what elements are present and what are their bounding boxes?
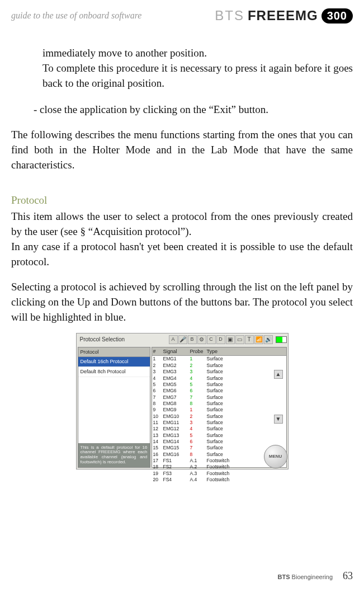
- paragraph: In any case if a protocol hasn't yet bee…: [11, 239, 353, 270]
- fs-icon[interactable]: ▭: [235, 335, 244, 344]
- paragraph: This item allows the user to select a pr…: [11, 209, 353, 239]
- logo-bts-text: BTS: [215, 8, 244, 24]
- section-heading-protocol: Protocol: [11, 193, 353, 208]
- battery-indicator: [276, 336, 287, 343]
- page-footer: BTS Bioengineering 63: [278, 570, 353, 582]
- table-row[interactable]: 7EMG77Surface: [152, 394, 286, 401]
- window-title: Protocol Selection: [77, 333, 169, 346]
- table-row[interactable]: 11EMG113Surface: [152, 420, 286, 426]
- mic-icon[interactable]: 🎤: [178, 335, 187, 344]
- down-button[interactable]: ▼: [274, 415, 283, 424]
- col-signal-header: Signal: [162, 347, 189, 356]
- menu-button[interactable]: MENU: [264, 445, 287, 468]
- table-row[interactable]: 19FS3A.3Footswitch: [152, 471, 286, 477]
- top-tabs: A 🎤 B ⚙ C D ▣ ▭ T 📶 🔊: [169, 333, 288, 346]
- tab-d[interactable]: D: [216, 335, 225, 344]
- channel-table-panel: # Signal Probe Type 1EMG11Surface2EMG22S…: [152, 347, 287, 468]
- protocol-selection-screenshot: Protocol Selection A 🎤 B ⚙ C D ▣ ▭ T 📶 🔊…: [76, 333, 289, 469]
- footer-brand: BTS Bioengineering: [278, 574, 333, 580]
- body-content: immediately move to another position. To…: [11, 46, 353, 469]
- tab-a[interactable]: A: [169, 335, 178, 344]
- paragraph: To complete this procedure it is necessa…: [42, 61, 353, 91]
- t-icon[interactable]: T: [245, 335, 254, 344]
- up-button[interactable]: ▲: [274, 370, 283, 379]
- tab-b[interactable]: B: [188, 335, 197, 344]
- protocol-list-panel: Protocol Default 16ch Protocol Default 8…: [78, 347, 150, 468]
- table-row[interactable]: 14EMG146Surface: [152, 439, 286, 445]
- table-row[interactable]: 13EMG135Surface: [152, 433, 286, 439]
- table-row[interactable]: 18FS2A.2Footswitch: [152, 464, 286, 470]
- paragraph: The following describes the menu functio…: [11, 128, 353, 173]
- table-row[interactable]: 2EMG22Surface: [152, 363, 286, 369]
- table-row[interactable]: 5EMG55Surface: [152, 382, 286, 388]
- protocol-row[interactable]: Default 8ch Protocol: [78, 367, 150, 377]
- page-header: guide to the use of onboard software BTS…: [11, 6, 353, 24]
- protocol-list-header: Protocol: [78, 347, 150, 358]
- table-rows: 1EMG11Surface2EMG22Surface3EMG33Surface4…: [152, 356, 286, 483]
- table-row[interactable]: 1EMG11Surface: [152, 356, 286, 362]
- paragraph: - close the application by clicking on t…: [34, 102, 353, 118]
- table-row[interactable]: 8EMG88Surface: [152, 401, 286, 407]
- table-row[interactable]: 4EMG44Surface: [152, 375, 286, 382]
- table-header-row: # Signal Probe Type: [152, 347, 286, 356]
- guide-subtitle: guide to the use of onboard software: [11, 11, 141, 21]
- logo-freeemg-text: FREEEMG: [248, 8, 318, 24]
- table-row[interactable]: 9EMG91Surface: [152, 407, 286, 413]
- product-logo: BTS FREEEMG 300: [215, 8, 353, 24]
- speaker-icon[interactable]: 🔊: [264, 335, 273, 344]
- paragraph: Selecting a protocol is achieved by scro…: [11, 280, 353, 325]
- signal-icon[interactable]: 📶: [254, 335, 263, 344]
- table-row[interactable]: 10EMG102Surface: [152, 414, 286, 420]
- table-row[interactable]: 6EMG66Surface: [152, 388, 286, 394]
- table-row[interactable]: 20FS4A.4Footswitch: [152, 477, 286, 483]
- col-num-header: #: [152, 347, 162, 356]
- table-row[interactable]: 3EMG33Surface: [152, 369, 286, 375]
- settings-icon[interactable]: ⚙: [197, 335, 206, 344]
- logo-300-badge: 300: [322, 8, 353, 24]
- page-number: 63: [343, 570, 353, 582]
- table-row[interactable]: 12EMG124Surface: [152, 426, 286, 432]
- col-type-header: Type: [206, 347, 286, 356]
- protocol-description: This is a default protocol for 16 channe…: [78, 443, 150, 467]
- paragraph: immediately move to another position.: [42, 46, 353, 61]
- protocol-row-selected[interactable]: Default 16ch Protocol: [78, 357, 150, 367]
- col-probe-header: Probe: [189, 347, 206, 356]
- tab-c[interactable]: C: [207, 335, 216, 344]
- db-icon[interactable]: ▣: [226, 335, 235, 344]
